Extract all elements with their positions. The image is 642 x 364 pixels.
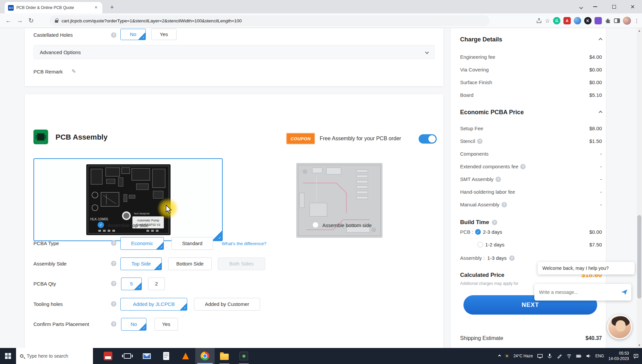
- advanced-options-label: Advanced Options: [40, 49, 81, 55]
- tab-search-icon[interactable]: [580, 4, 583, 7]
- app-icon-capture[interactable]: [234, 348, 253, 364]
- pcba-type-economic-button[interactable]: Economic: [120, 237, 164, 250]
- charge-row: Extended components fee? -: [460, 164, 602, 169]
- bookmark-star-icon[interactable]: ☆: [545, 17, 550, 24]
- app-icon-vlc[interactable]: [176, 348, 195, 364]
- browser-tab[interactable]: JLC PCB Order & Online PCB Quote ×: [5, 2, 102, 13]
- adobe-extension-icon[interactable]: A: [563, 17, 571, 24]
- pen-icon[interactable]: [557, 353, 562, 359]
- scrollbar-thumb[interactable]: [637, 215, 641, 299]
- advanced-options-bar[interactable]: Advanced Options: [33, 45, 435, 59]
- pcb-remark-edit-icon[interactable]: ✎: [72, 68, 76, 74]
- forward-icon[interactable]: →: [14, 17, 25, 24]
- tab-close-icon[interactable]: ×: [93, 5, 99, 11]
- address-bar[interactable]: cart.jlcpcb.com/quote?orderType=1&stenci…: [49, 15, 490, 26]
- scroll-up-arrow[interactable]: ▲: [637, 28, 642, 33]
- language-indicator[interactable]: ENG: [596, 354, 604, 358]
- charge-details-header[interactable]: Charge Details: [460, 36, 602, 43]
- whats-difference-link[interactable]: What's the difference?: [222, 241, 266, 246]
- close-button[interactable]: ✕: [623, 0, 642, 13]
- task-view-icon[interactable]: [118, 348, 137, 364]
- battery-icon[interactable]: [576, 353, 581, 359]
- k-extension-icon[interactable]: K: [584, 17, 592, 24]
- hidden-icons-caret[interactable]: [498, 355, 501, 357]
- tooling-customer-button[interactable]: Added by Customer: [194, 298, 260, 311]
- confirm-yes-button[interactable]: Yes: [154, 318, 178, 331]
- taskbar-clock[interactable]: 05:53 14-03-2023: [609, 351, 629, 361]
- pcba-price-header[interactable]: Economic PCBA Price: [460, 109, 602, 116]
- chat-greeting-text: Welcome back, may I help you?: [542, 265, 609, 271]
- pcba-type-standard-button[interactable]: Standard: [172, 237, 213, 250]
- board-bottom-side-card[interactable]: [274, 158, 408, 241]
- start-button[interactable]: [0, 348, 16, 364]
- send-icon[interactable]: [621, 289, 628, 296]
- tooling-holes-help-icon[interactable]: ?: [111, 301, 116, 307]
- taskbar-search[interactable]: Type here to search: [16, 348, 93, 364]
- action-center-icon[interactable]: [633, 353, 639, 359]
- window-controls: ✕: [586, 0, 642, 13]
- confirm-no-button[interactable]: No: [121, 318, 146, 331]
- sphere-extension-icon[interactable]: [574, 17, 581, 24]
- build-time-help-icon[interactable]: ?: [492, 220, 497, 225]
- scrollbar[interactable]: ▲ ▼: [637, 28, 642, 348]
- build-pcb-option-1: PCB : ✓ 2-3 days $0.00: [460, 229, 602, 235]
- share-icon[interactable]: [536, 18, 542, 24]
- pcb-1-2-days-radio[interactable]: [477, 242, 483, 247]
- network-icon[interactable]: [566, 353, 572, 359]
- extensions-puzzle-icon[interactable]: [605, 18, 611, 24]
- menu-kebab-icon[interactable]: ⋮: [634, 18, 639, 24]
- split-screen-icon[interactable]: [614, 18, 620, 23]
- coupon-badge: COUPON: [286, 133, 315, 144]
- assemble-bottom-label: Assemble bottom side: [322, 222, 372, 228]
- assemble-top-radio[interactable]: ✓: [98, 222, 104, 228]
- new-tab-button[interactable]: +: [108, 3, 116, 12]
- board-top-side-card[interactable]: HLK-10M05 Tech StudyCell Automatic Pump …: [33, 158, 223, 241]
- volume-icon[interactable]: [586, 353, 591, 359]
- assembly-side-both-button[interactable]: Both Sides: [218, 257, 265, 270]
- monitor-icon[interactable]: [537, 353, 543, 359]
- extended-fee-help-icon[interactable]: ?: [520, 164, 526, 169]
- refresh-icon[interactable]: ↻: [25, 17, 37, 24]
- assembly-side-help-icon[interactable]: ?: [111, 261, 116, 266]
- smt-help-icon[interactable]: ?: [496, 177, 501, 182]
- stencil-help-icon[interactable]: ?: [477, 139, 483, 144]
- pcba-qty-5-button[interactable]: 5: [121, 278, 142, 290]
- back-icon[interactable]: ←: [3, 17, 14, 24]
- pcba-qty-label: PCBA Qty: [33, 281, 56, 287]
- pcba-qty-help-icon[interactable]: ?: [111, 281, 116, 286]
- manual-assembly-help-icon[interactable]: ?: [502, 202, 507, 207]
- chat-greeting-bubble[interactable]: Welcome back, may I help you?: [538, 262, 635, 275]
- maximize-button[interactable]: [605, 0, 623, 13]
- app-icon-notepad[interactable]: [156, 348, 176, 364]
- tooling-jlcpcb-button[interactable]: Added by JLCPCB: [120, 298, 187, 311]
- collapse-icon: [599, 111, 602, 114]
- chat-agent-avatar[interactable]: [607, 315, 632, 339]
- minimize-button[interactable]: [586, 0, 605, 13]
- purple-extension-icon[interactable]: [595, 17, 602, 24]
- app-icon-chrome[interactable]: [195, 348, 215, 364]
- grammarly-extension-icon[interactable]: G: [553, 17, 560, 24]
- castellated-help-icon[interactable]: ?: [111, 32, 116, 38]
- castellated-no-button[interactable]: No: [120, 29, 146, 40]
- app-icon-mail[interactable]: [137, 348, 156, 364]
- assembly-side-bottom-button[interactable]: Bottom Side: [168, 257, 212, 270]
- assembly-side-top-button[interactable]: Top Side: [120, 257, 162, 270]
- profile-avatar[interactable]: [623, 17, 631, 25]
- pcb-2-3-days-radio[interactable]: ✓: [475, 229, 481, 235]
- lock-icon[interactable]: [55, 20, 58, 23]
- build-time-title: Build Time: [460, 219, 489, 226]
- pcba-type-help-icon[interactable]: ?: [111, 240, 116, 246]
- scroll-down-arrow[interactable]: ▼: [637, 343, 642, 348]
- assemble-bottom-radio[interactable]: [312, 222, 319, 228]
- castellated-yes-button[interactable]: Yes: [151, 29, 177, 40]
- confirm-placement-help-icon[interactable]: ?: [111, 321, 116, 327]
- weather-text[interactable]: 24°C Haze: [513, 354, 533, 358]
- app-icon-media[interactable]: [98, 348, 118, 364]
- assembly-toggle[interactable]: [419, 134, 437, 144]
- chevron-down-icon: [425, 50, 429, 54]
- assembly-time-help-icon[interactable]: ?: [509, 255, 515, 261]
- app-icon-file-explorer[interactable]: [215, 348, 234, 364]
- microphone-icon[interactable]: [547, 353, 552, 359]
- pcba-qty-2-button[interactable]: 2: [148, 278, 165, 290]
- chat-message-input[interactable]: [539, 290, 621, 295]
